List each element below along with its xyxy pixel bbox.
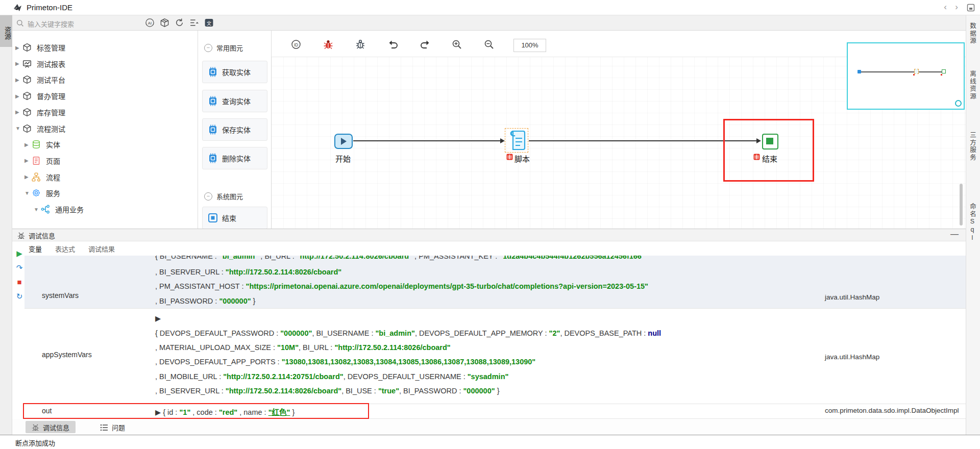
variable-value-line: , MATERIAL_UPLOAD_MAX_SIZE : "10M", BI_U…: [155, 343, 451, 352]
nav-back-icon[interactable]: ‹: [940, 2, 950, 12]
palette-section-title: 系统图元: [216, 191, 243, 201]
tree-item-标签管理[interactable]: ▶标签管理: [15, 40, 65, 55]
svg-text:AI: AI: [148, 21, 152, 26]
palette-item-结束[interactable]: 结束: [202, 207, 267, 229]
minimap-breakpoint-dot: [913, 74, 915, 76]
ai-assist-icon[interactable]: AI: [145, 18, 156, 28]
collapse-icon[interactable]: −: [204, 192, 212, 201]
variable-value-line: , BI_SERVER_URL : "http://172.50.2.114:8…: [155, 268, 341, 276]
tree-item-流程测试[interactable]: ▼流程测试: [15, 121, 65, 136]
script-node[interactable]: [508, 130, 526, 151]
nav-forward-icon[interactable]: ›: [951, 2, 962, 12]
minimap-resize-handle[interactable]: [955, 100, 962, 107]
right-tab-数据源[interactable]: 数据源: [968, 22, 977, 45]
app-title: Primeton-IDE: [27, 3, 72, 12]
search-input[interactable]: 输入关键字搜索: [15, 17, 117, 29]
palette-section-header[interactable]: −系统图元: [204, 191, 243, 201]
save-layout-icon[interactable]: [967, 4, 975, 12]
id-badge-icon[interactable]: ID: [291, 39, 301, 49]
variable-row-appSystemVars[interactable]: appSystemVars▶{ DEVOPS_DEFAULT_PASSWORD …: [24, 308, 966, 404]
bottom-tab-调试信息[interactable]: 调试信息: [26, 421, 76, 433]
cube-icon: [22, 91, 34, 101]
tree-item-通用业务[interactable]: ▼通用业务: [34, 202, 84, 217]
debug-info-icon: [17, 232, 25, 239]
chip-icon: [208, 124, 218, 135]
debug-info-icon: [32, 423, 39, 431]
rerun-icon[interactable]: ↻: [15, 292, 23, 301]
palette-section-header[interactable]: −常用图元: [204, 43, 243, 53]
chip-icon: [208, 96, 218, 106]
debug-config-icon[interactable]: [355, 39, 365, 49]
svg-text:ID: ID: [294, 42, 299, 47]
tree-item-label: 流程测试: [37, 123, 65, 134]
zoom-in-icon[interactable]: [452, 39, 462, 49]
zoom-out-icon[interactable]: [484, 39, 494, 49]
db-icon: [32, 140, 43, 149]
script-breakpoint-icon[interactable]: [506, 154, 513, 160]
undo-icon[interactable]: [387, 39, 398, 49]
right-tab-命名Sql[interactable]: 命名Sql: [968, 203, 977, 242]
tree-item-测试平台[interactable]: ▶测试平台: [15, 72, 65, 87]
zoom-level-select[interactable]: 100%: [513, 39, 546, 52]
redo-icon[interactable]: [420, 39, 430, 49]
right-tab-离线资源[interactable]: 离线资源: [968, 70, 977, 100]
end-node[interactable]: [762, 134, 778, 149]
start-node[interactable]: [334, 134, 353, 149]
tree-item-页面[interactable]: ▶页面: [24, 153, 60, 168]
chevron-down-icon[interactable]: ▼: [34, 207, 41, 212]
palette-item-label: 保存实体: [222, 124, 251, 135]
end-breakpoint-icon[interactable]: [753, 154, 760, 160]
package-icon[interactable]: [160, 18, 171, 28]
step-over-icon[interactable]: ↷: [15, 264, 23, 272]
palette-item-保存实体[interactable]: 保存实体: [202, 118, 267, 141]
chevron-right-icon[interactable]: ▶: [15, 77, 22, 83]
chevron-right-icon[interactable]: ▶: [15, 61, 22, 66]
chevron-right-icon[interactable]: ▶: [24, 158, 32, 163]
tree-item-label: 实体: [46, 139, 60, 149]
minimize-icon[interactable]: —: [950, 230, 959, 239]
refresh-icon[interactable]: [175, 18, 186, 28]
chevron-right-icon[interactable]: ▶: [15, 109, 22, 115]
tree-item-label: 库存管理: [37, 107, 65, 117]
tree-item-测试报表[interactable]: ▶测试报表: [15, 56, 65, 71]
resume-icon[interactable]: ▶: [15, 250, 23, 258]
toolbar-row: 输入关键字搜索 AI文 ⚙脚本-循环赋值转dataObject数组.bizx×⚙…: [0, 15, 980, 31]
variable-row-systemVars[interactable]: systemVars{ BI_USERNAME : "bi_admin" , B…: [24, 256, 966, 308]
palette-item-删除实体[interactable]: 删除实体: [202, 147, 267, 169]
variable-value-line: , BI_PASSWORD : "000000" }: [155, 297, 255, 305]
palette-item-查询实体[interactable]: 查询实体: [202, 90, 267, 112]
tree-item-label: 流程: [46, 172, 60, 182]
debug-gutter: ▶↷■↻: [14, 250, 24, 301]
stop-icon[interactable]: ■: [15, 278, 23, 286]
chevron-right-icon[interactable]: ▶: [15, 93, 22, 99]
sidebar-tab-resources[interactable]: 资源: [0, 15, 12, 47]
variable-type: java.util.HashMap: [825, 293, 879, 301]
tree-item-实体[interactable]: ▶实体: [24, 137, 60, 152]
chevron-right-icon[interactable]: ▶: [24, 142, 32, 147]
tree-item-库存管理[interactable]: ▶库存管理: [15, 105, 65, 120]
translate-doc-icon[interactable]: 文: [204, 18, 215, 28]
title-bar: Primeton-IDE ‹ ›: [0, 0, 980, 15]
tree-item-督办管理[interactable]: ▶督办管理: [15, 88, 65, 104]
canvas-vertical-scrollbar[interactable]: [960, 184, 963, 226]
bottom-tab-问题[interactable]: 问题: [94, 421, 131, 433]
tree-item-流程[interactable]: ▶流程: [24, 169, 60, 185]
collapse-icon[interactable]: −: [204, 44, 212, 52]
variable-name: systemVars: [42, 291, 79, 300]
chevron-down-icon[interactable]: ▼: [24, 190, 32, 196]
right-tab-三方服务[interactable]: 三方服务: [968, 132, 977, 161]
sort-list-icon[interactable]: [189, 18, 201, 28]
flow-canvas[interactable]: ID 100% 开始 脚本 结束: [272, 31, 966, 229]
script-icon: [508, 130, 526, 151]
variable-name: appSystemVars: [42, 351, 92, 359]
tree-item-服务[interactable]: ▼服务: [24, 185, 60, 201]
chevron-down-icon[interactable]: ▼: [15, 126, 22, 131]
end-node-label: 结束: [762, 153, 777, 164]
breakpoint-bug-red-icon[interactable]: [323, 39, 333, 49]
chevron-right-icon[interactable]: ▶: [24, 174, 32, 180]
palette-section-title: 常用图元: [216, 43, 243, 53]
minimap[interactable]: [847, 42, 965, 110]
tree-item-label: 督办管理: [37, 91, 65, 101]
palette-item-获取实体[interactable]: 获取实体: [202, 61, 267, 83]
chevron-right-icon[interactable]: ▶: [15, 45, 22, 51]
